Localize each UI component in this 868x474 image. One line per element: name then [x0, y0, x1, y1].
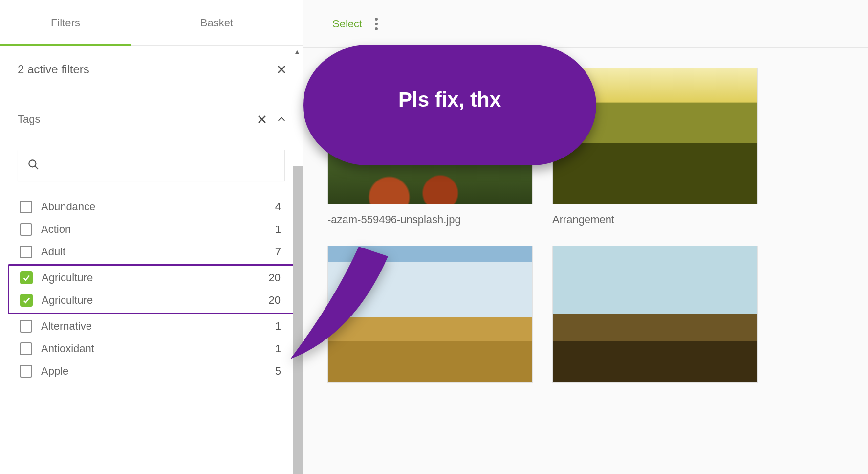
tag-checkbox[interactable] [20, 365, 32, 378]
tag-count: 1 [275, 223, 281, 236]
active-filters-label: 2 active filters [18, 63, 89, 76]
asset-thumbnail[interactable] [327, 246, 533, 383]
tag-checkbox[interactable] [20, 342, 32, 355]
asset-card[interactable]: -azam-559496-unsplash.jpg [327, 68, 533, 226]
svg-point-4 [29, 160, 36, 167]
tag-row[interactable]: Antioxidant 1 [15, 338, 288, 360]
svg-line-5 [35, 166, 38, 169]
tag-label: Abundance [41, 201, 266, 213]
tag-row[interactable]: Apple 5 [15, 360, 288, 383]
tag-search-box[interactable] [18, 150, 285, 181]
annotation-highlight-box: Agriculture 20 Agriculture 20 [8, 264, 295, 314]
tag-label: Antioxidant [41, 342, 266, 355]
tag-count: 4 [275, 201, 281, 213]
tag-count: 1 [275, 342, 281, 355]
collapse-tags-icon[interactable] [275, 113, 288, 126]
tag-row[interactable]: Alternative 1 [15, 315, 288, 338]
tag-checkbox[interactable] [20, 246, 32, 258]
tag-count: 7 [275, 246, 281, 258]
tag-label: Alternative [41, 320, 266, 333]
tag-row[interactable]: Agriculture 20 [15, 289, 287, 312]
tag-label: Apple [41, 365, 266, 378]
tab-basket-label: Basket [200, 17, 233, 29]
tag-count: 20 [269, 294, 281, 307]
tag-checkbox[interactable] [20, 294, 33, 307]
tab-basket[interactable]: Basket [131, 0, 303, 45]
asset-card[interactable] [552, 246, 758, 391]
tag-row[interactable]: Agriculture 20 [15, 267, 287, 289]
tag-checkbox[interactable] [20, 320, 32, 333]
asset-thumbnail[interactable] [552, 68, 758, 204]
tag-label: Adult [41, 246, 266, 258]
tags-section-header: Tags [15, 98, 288, 135]
asset-thumbnail[interactable] [327, 68, 533, 204]
app-root: Filters Basket ▲ 2 active filters Tags [0, 0, 868, 474]
tag-count: 1 [275, 320, 281, 333]
tag-row[interactable]: Action 1 [15, 218, 288, 241]
tag-checkbox[interactable] [20, 271, 33, 284]
asset-card[interactable] [327, 246, 533, 391]
asset-grid: -azam-559496-unsplash.jpg Arrangement [303, 48, 868, 411]
main-area: Select -azam-559496-unsplash.jpg Arrange… [303, 0, 868, 474]
tab-filters-label: Filters [51, 17, 80, 29]
section-divider [18, 135, 285, 135]
select-button[interactable]: Select [332, 18, 362, 30]
tag-search-input[interactable] [46, 160, 276, 171]
tag-checkbox[interactable] [20, 223, 32, 236]
tag-row[interactable]: Abundance 4 [15, 196, 288, 218]
tag-count: 5 [275, 365, 281, 378]
sidebar: Filters Basket ▲ 2 active filters Tags [0, 0, 303, 474]
clear-tags-icon[interactable] [256, 113, 268, 126]
tag-label: Agriculture [42, 294, 260, 307]
clear-all-filters-icon[interactable] [275, 63, 288, 76]
tag-label: Action [41, 223, 266, 236]
tag-count: 20 [269, 271, 281, 284]
tag-row[interactable]: Adult 7 [15, 241, 288, 263]
more-menu-icon[interactable] [372, 15, 381, 33]
tab-filters[interactable]: Filters [0, 0, 131, 45]
scroll-up-arrow[interactable]: ▲ [293, 47, 302, 56]
asset-caption: -azam-559496-unsplash.jpg [327, 213, 533, 226]
tags-section-title: Tags [18, 113, 249, 126]
sidebar-tabs: Filters Basket [0, 0, 303, 46]
asset-caption: Arrangement [552, 213, 758, 226]
toolbar: Select [303, 0, 868, 48]
asset-card[interactable]: Arrangement [552, 68, 758, 226]
asset-thumbnail[interactable] [552, 246, 758, 383]
tag-checkbox[interactable] [20, 201, 32, 213]
active-filters-row: 2 active filters [15, 46, 288, 93]
tag-label: Agriculture [42, 271, 260, 284]
filters-body: 2 active filters Tags [0, 46, 303, 474]
tag-list: Abundance 4 Action 1 Adult 7 [15, 196, 288, 383]
search-icon [27, 158, 40, 173]
sidebar-scrollbar[interactable] [293, 166, 303, 474]
